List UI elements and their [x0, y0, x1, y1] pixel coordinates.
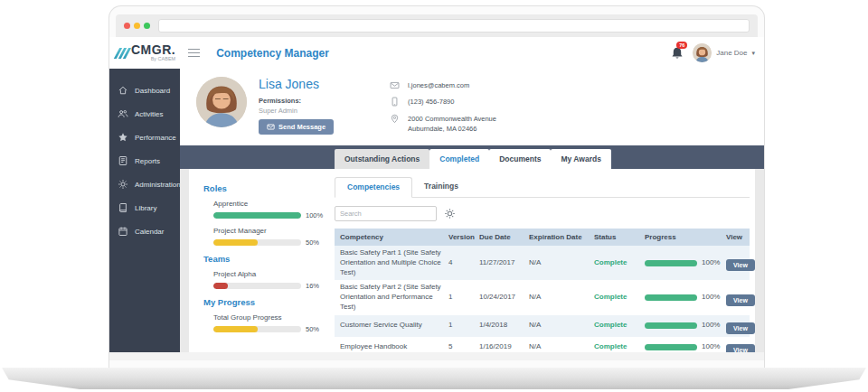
- view-button[interactable]: View: [726, 344, 755, 352]
- cell-version: 5: [443, 342, 474, 352]
- sidebar-item-label: Administration: [135, 181, 181, 189]
- report-icon: [118, 155, 128, 166]
- profile-email: l.jones@cabem.com: [408, 80, 469, 90]
- view-button[interactable]: View: [726, 322, 755, 334]
- competencies-table: Competency Version Due Date Expiration D…: [335, 229, 750, 352]
- table-row: Basic Safety Part 2 (Site Safety Orienta…: [335, 280, 750, 314]
- progress-item: Project Manager 50%: [213, 227, 332, 247]
- col-view: View: [717, 233, 750, 241]
- progress-bar-fill: [645, 294, 697, 301]
- sidebar-item-label: Library: [135, 204, 156, 212]
- envelope-icon: [267, 123, 275, 131]
- progress-bar-fill: [213, 239, 258, 246]
- logo-slashes-icon: [117, 48, 128, 59]
- permissions-label: Permissions:: [259, 97, 334, 105]
- progress-item-label: Project Manager: [213, 227, 332, 235]
- progress-item-label: Project Alpha: [213, 270, 332, 278]
- sidebar-item-performance[interactable]: Performance: [109, 126, 180, 149]
- calendar-icon: [118, 226, 128, 237]
- contact-info: l.jones@cabem.com (123) 456-7890 2000 Co…: [390, 77, 496, 145]
- window-close-dot[interactable]: [124, 23, 130, 29]
- window-maximize-dot[interactable]: [144, 23, 150, 29]
- cell-progress: 100%: [639, 293, 717, 303]
- progress-bar-fill: [213, 212, 301, 219]
- col-version: Version: [443, 233, 474, 241]
- cell-status: Complete: [589, 342, 639, 352]
- browser-chrome: [116, 14, 758, 37]
- notifications-button[interactable]: 76: [670, 46, 684, 61]
- col-competency: Competency: [335, 233, 443, 241]
- envelope-icon: [390, 80, 400, 90]
- book-icon: [118, 202, 128, 213]
- view-button[interactable]: View: [726, 259, 755, 271]
- cell-competency: Customer Service Quality: [335, 321, 443, 331]
- cell-due-date: 11/27/2017: [474, 258, 524, 268]
- cell-status: Complete: [589, 293, 639, 303]
- tab-my-awards[interactable]: My Awards: [551, 149, 610, 169]
- cmgr-logo[interactable]: CMGR. By CABEM: [117, 43, 175, 62]
- tab-outstanding-actions[interactable]: Outstanding Actions: [335, 149, 429, 169]
- subtab-competencies[interactable]: Competencies: [335, 177, 412, 198]
- col-due-date: Due Date: [474, 233, 524, 241]
- progress-item-label: Total Group Progress: [213, 313, 332, 322]
- profile-phone: (123) 456-7890: [408, 97, 454, 107]
- cell-version: 4: [443, 258, 474, 268]
- cell-version: 1: [443, 293, 474, 303]
- tab-documents[interactable]: Documents: [489, 149, 551, 169]
- progress-pct-label: 50%: [306, 325, 319, 333]
- progress-bar-fill: [645, 260, 697, 266]
- col-expiration-date: Expiration Date: [524, 233, 589, 241]
- sidebar-nav: Dashboard Activities Performance Reports: [109, 69, 180, 352]
- phone-icon: [390, 97, 400, 107]
- sidebar-item-reports[interactable]: Reports: [109, 149, 180, 173]
- sidebar-item-administration[interactable]: Administration: [109, 173, 180, 196]
- subtab-trainings[interactable]: Trainings: [412, 177, 470, 197]
- cell-status: Complete: [589, 258, 639, 268]
- sidebar-item-calendar[interactable]: Calendar: [109, 219, 180, 243]
- cell-due-date: 1/16/2019: [474, 342, 524, 352]
- cell-due-date: 1/4/2018: [474, 321, 524, 331]
- cell-expiration-date: N/A: [524, 258, 589, 268]
- send-message-label: Send Message: [278, 123, 326, 131]
- progress-bar-track: [213, 239, 301, 246]
- tab-completed[interactable]: Completed: [429, 149, 489, 169]
- progress-pct-label: 100%: [306, 211, 323, 219]
- sidebar-item-label: Activities: [135, 110, 164, 118]
- progress-bar-track: [213, 326, 301, 332]
- chevron-down-icon: ▾: [751, 50, 755, 57]
- logo-text: CMGR.: [131, 43, 175, 56]
- menu-toggle-icon[interactable]: [188, 46, 200, 60]
- location-pin-icon: [390, 114, 400, 124]
- view-button[interactable]: View: [726, 294, 755, 306]
- table-settings-gear-icon[interactable]: [444, 208, 456, 219]
- user-menu[interactable]: Jane Doe ▾: [693, 43, 755, 62]
- sidebar-item-activities[interactable]: Activities: [109, 102, 180, 126]
- window-minimize-dot[interactable]: [134, 23, 140, 29]
- screen-bottom-bezel: [109, 352, 764, 360]
- progress-bar-fill: [213, 326, 258, 332]
- send-message-button[interactable]: Send Message: [259, 119, 334, 135]
- sidebar-item-dashboard[interactable]: Dashboard: [109, 79, 180, 102]
- section-heading-my-progress: My Progress: [203, 297, 332, 307]
- content-card: Roles Apprentice 100% Project Mana: [189, 169, 755, 352]
- logo-subtext: By CABEM: [131, 57, 175, 62]
- progress-item: Apprentice 100%: [213, 200, 332, 219]
- home-icon: [118, 85, 128, 96]
- progress-pct-label: 50%: [306, 238, 319, 247]
- url-bar[interactable]: [158, 19, 750, 33]
- sidebar-item-library[interactable]: Library: [109, 196, 180, 219]
- cell-expiration-date: N/A: [524, 293, 589, 303]
- main-tab-strip: Outstanding Actions Completed Documents …: [180, 145, 764, 169]
- profile-name: Lisa Jones: [259, 77, 334, 91]
- page-title: Competency Manager: [216, 47, 329, 60]
- table-row: Basic Safety Part 1 (Site Safety Orienta…: [335, 246, 750, 280]
- progress-item: Total Group Progress 50%: [213, 313, 332, 333]
- progress-bar-fill: [645, 322, 697, 329]
- cell-progress: 100%: [639, 258, 717, 268]
- user-name-label: Jane Doe: [716, 49, 747, 57]
- laptop-screen: CMGR. By CABEM Competency Manager 76: [108, 5, 765, 368]
- search-input[interactable]: [335, 206, 437, 221]
- progress-item: Project Alpha 16%: [213, 270, 332, 290]
- table-row: Employee Handbook 5 1/16/2019 N/A Comple…: [335, 337, 750, 352]
- sidebar-item-label: Calendar: [135, 228, 164, 236]
